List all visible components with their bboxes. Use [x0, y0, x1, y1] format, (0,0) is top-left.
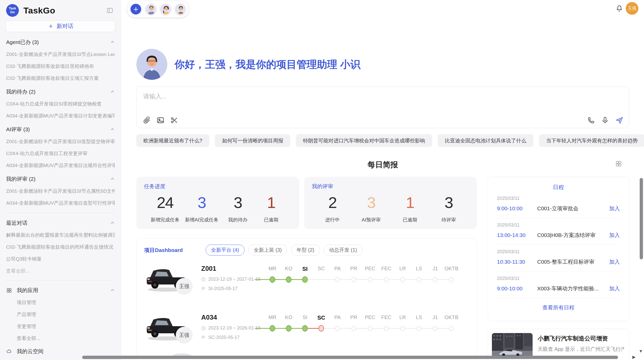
chevron-up-icon: [110, 288, 115, 293]
news-image: [492, 333, 533, 357]
milestone-line: [255, 279, 305, 280]
sidebar-item[interactable]: Z001-全新燃油轻卡产品开发项目SI节点属性5D文件评审: [6, 188, 115, 194]
section-recent-chats[interactable]: 最近对话: [6, 219, 115, 227]
milestone-dot: [270, 276, 275, 283]
scissors-icon[interactable]: [170, 116, 178, 124]
project-name: Z001: [201, 265, 262, 273]
notifications-bell-icon[interactable]: [616, 5, 623, 12]
sidebar-item[interactable]: C0X4-动力总成开发项目工程变更评审: [6, 150, 115, 157]
sidebar-item[interactable]: Z001-全新燃油轻卡产品开发项目SI造型提交物评审: [6, 138, 115, 145]
vertical-scrollbar[interactable]: [640, 178, 643, 259]
sidebar-item[interactable]: C0X4-动力总成开发项目SI里程碑提交物检查: [6, 101, 115, 107]
recent-chat-item[interactable]: 公司Q3轻卡销量: [6, 256, 115, 262]
milestone-dot: [449, 277, 454, 282]
schedule-time: 9:00-10:00: [497, 205, 537, 212]
scroll-down-arrow-icon[interactable]: ▼: [639, 349, 643, 354]
suggestion-chip[interactable]: 当下年轻人对汽车外观有怎样的喜好趋势: [539, 134, 644, 147]
stat-label: 已逾期: [257, 217, 285, 223]
sidebar-item[interactable]: C02-飞腾新能源轻客改款项目里程碑画布: [6, 63, 115, 70]
scroll-right-arrow-icon[interactable]: ▶: [632, 354, 636, 360]
horizontal-scrollbar[interactable]: [82, 356, 618, 359]
milestone-dot: [335, 326, 340, 331]
stat-ai-done: 3 新增AI完成任务: [185, 193, 218, 223]
layout-grid-icon[interactable]: [615, 160, 622, 167]
milestone-dot: [417, 277, 421, 282]
avatar-contact-3[interactable]: [174, 3, 186, 15]
tab-all-new-platform[interactable]: 全新平台 (4): [206, 245, 244, 256]
recent-chat-item[interactable]: C02-飞腾新能源轻客改款项目的闭环通告反馈情况: [6, 244, 115, 250]
sidebar-item[interactable]: Z001-全新燃油皮卡产品开发项目SI节点Lesson Learn报告: [6, 51, 115, 58]
sidebar-item-change-mgmt[interactable]: 变更管理: [17, 323, 115, 330]
schedule-item[interactable]: 2025/03/11 9:00-10:00 C001-立项审批会 加入: [497, 191, 620, 218]
phone-call-icon[interactable]: [587, 116, 595, 124]
section-agent-done[interactable]: Agent已办 (3): [6, 39, 115, 46]
stat-value: 1: [257, 193, 285, 212]
suggestion-chip[interactable]: 特朗普可能对进口汽车增税会对中国车企造成哪些影响: [296, 134, 432, 147]
avatar-contact-2[interactable]: [160, 3, 171, 15]
microphone-icon[interactable]: [601, 116, 609, 124]
stat-new-done: 24 新增完成任务: [151, 193, 180, 223]
view-all-apps-link[interactable]: 查看全部...: [17, 335, 115, 342]
sidebar-item[interactable]: C02-飞腾新能源轻客改款项目立项汇报方案: [6, 75, 115, 82]
flag-icon: [201, 287, 206, 291]
section-my-review[interactable]: 我的评审 (2): [6, 175, 115, 183]
section-my-todo[interactable]: 我的待办 (2): [6, 88, 115, 95]
schedule-date: 2025/03/11: [497, 196, 620, 201]
milestone-dot: [400, 277, 405, 282]
join-meeting-link[interactable]: 加入: [609, 258, 620, 265]
chat-input[interactable]: [143, 92, 621, 109]
stat-label: 新增完成任务: [151, 217, 180, 223]
user-avatar[interactable]: 王强: [626, 2, 638, 15]
recent-chat-item[interactable]: 解释最新出台的欧盟报废车法规再生塑料比例被调至15%...: [6, 232, 115, 238]
sidebar-item[interactable]: A034-全新新能源MUV产品开发项目造型可行性评审: [6, 200, 115, 206]
section-title: Agent已办 (3): [6, 39, 39, 46]
project-row[interactable]: 王强 Z001 2023-12-19 ~ 2027-01-19: [144, 262, 469, 304]
news-card[interactable]: 小鹏飞行汽车制造公司增资 天眼查 App 显示，近日广州汇天飞行汽...: [488, 329, 629, 360]
stat-label: 新增AI完成任务: [185, 217, 218, 223]
project-row[interactable]: 王强 A034 2023-12-19 ~ 2026-01-19: [144, 311, 469, 353]
milestone-dot: [433, 277, 437, 282]
tab-new-body[interactable]: 全新上装 (3): [248, 245, 287, 256]
join-meeting-link[interactable]: 加入: [609, 205, 620, 212]
tab-powertrain[interactable]: 动总开发 (1): [324, 245, 362, 256]
project-dates: 2023-12-19 ~ 2027-01-19: [208, 277, 260, 282]
schedule-item[interactable]: 2025/03/11 10:30-11:30 C005-整车工程目标评审 加入: [497, 245, 620, 271]
sidebar: Task Go TaskGo ＋ 新对话 Agent已办 (3) Z001-全新…: [0, 0, 121, 360]
collapse-sidebar-button[interactable]: [105, 6, 115, 15]
image-icon[interactable]: [156, 116, 165, 124]
new-chat-button[interactable]: ＋ 新对话: [6, 20, 115, 32]
section-title: 我的评审 (2): [6, 175, 36, 183]
join-meeting-link[interactable]: 加入: [609, 232, 620, 239]
app-window: Task Go TaskGo ＋ 新对话 Agent已办 (3) Z001-全新…: [0, 0, 644, 360]
suggestion-chip[interactable]: 欧洲新规最近颁布了什么?: [136, 134, 209, 147]
sidebar-item[interactable]: A034-全新新能源MUV产品开发项目计划变更表编写: [6, 113, 115, 119]
sidebar-item-cloud-space[interactable]: 我的云空间: [6, 348, 115, 355]
cloud-space-label: 我的云空间: [17, 348, 43, 355]
project-milestone-date: SI-2025-05-17: [208, 286, 238, 291]
schedule-item[interactable]: 2025/03/11 13:00-14:30 C003|H0B-方案冻结评审 加…: [497, 218, 620, 245]
stat-my-todo: 3 我的待办: [224, 193, 252, 223]
section-ai-review[interactable]: AI评审 (3): [6, 126, 115, 133]
logo-line2: Go: [10, 10, 15, 14]
sidebar-item-my-apps[interactable]: 我的应用: [6, 287, 115, 294]
sidebar-item[interactable]: A034-全新新能源MUV产品开发项目法规符合性评审: [6, 162, 115, 169]
milestone-dot: [286, 276, 291, 283]
join-meeting-link[interactable]: 加入: [609, 285, 620, 292]
my-review-title: 我的评审: [312, 183, 469, 190]
suggestion-chip[interactable]: 如何写一份清晰的项目周报: [215, 134, 290, 147]
milestone-label: J1: [427, 314, 443, 321]
view-all-schedule-link[interactable]: 查看所有日程: [497, 304, 620, 311]
owner-badge: 王强: [176, 327, 193, 343]
suggestion-chip[interactable]: 比亚迪全固态电池计划具体说了什么: [438, 134, 533, 147]
sidebar-item-product-mgmt[interactable]: 产品管理: [17, 311, 115, 318]
tab-year-model[interactable]: 年型 (2): [291, 245, 320, 256]
send-icon[interactable]: [615, 116, 623, 124]
sidebar-item-project-mgmt[interactable]: 项目管理: [17, 299, 115, 306]
avatar-contact-1[interactable]: [145, 3, 157, 15]
attachment-icon[interactable]: [143, 116, 151, 124]
milestone-dot: [335, 277, 340, 282]
view-all-chats-link[interactable]: 查看全部...: [6, 268, 115, 274]
milestone-dot: [417, 326, 421, 331]
schedule-item[interactable]: 2025/03/11 9:00-10:00 X003-车辆动力学性能验... 加…: [497, 271, 620, 298]
add-conversation-button[interactable]: ＋: [130, 3, 142, 15]
